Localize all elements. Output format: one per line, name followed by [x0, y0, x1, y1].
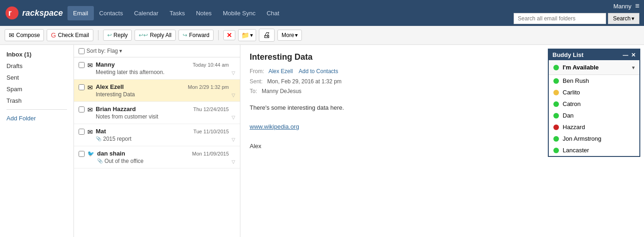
buddy-item[interactable]: Carlito	[549, 87, 639, 98]
toolbar-separator-2	[218, 30, 219, 40]
email-subject: 2015 report	[103, 136, 131, 142]
hamburger-icon[interactable]: ≡	[635, 2, 639, 10]
folder-icon: 📁	[241, 31, 249, 39]
reply-icon: ↩	[107, 32, 112, 38]
nav-item-contacts[interactable]: Contacts	[94, 6, 129, 20]
nav-items: Email Contacts Calendar Tasks Notes Mobi…	[67, 6, 514, 20]
email-content: Alex Ezell Mon 2/29 1:32 pm Interesting …	[96, 83, 229, 98]
reply-button[interactable]: ↩ Reply	[103, 30, 132, 41]
buddy-item[interactable]: Catron	[549, 98, 639, 110]
buddy-list: Buddy List — ✕ I'm Available ▾ Ben Rush …	[548, 49, 640, 157]
buddy-name: Catron	[563, 100, 581, 107]
email-sender: Brian Hazzard	[96, 106, 136, 112]
buddy-list-header: Buddy List — ✕	[549, 50, 639, 60]
nav-item-chat[interactable]: Chat	[261, 6, 285, 20]
email-flag-icon: ▽	[232, 93, 235, 98]
email-icon: ✉	[87, 84, 93, 91]
check-email-button[interactable]: G Check Email	[47, 29, 93, 41]
email-date: Mon 11/09/2015	[192, 151, 229, 156]
email-content: dan shain Mon 11/09/2015 📎 Out of the of…	[97, 150, 229, 164]
search-button[interactable]: Search ▾	[608, 13, 639, 24]
buddy-name: Dan	[563, 112, 574, 119]
sidebar-item-drafts[interactable]: Drafts	[0, 60, 74, 72]
forward-icon: ↪	[183, 32, 187, 38]
nav-item-email[interactable]: Email	[67, 6, 94, 20]
svg-point-0	[6, 6, 18, 19]
search-area: Search ▾	[514, 13, 639, 24]
reply-all-icon: ↩↩	[139, 32, 148, 38]
add-to-contacts-link[interactable]: Add to Contacts	[299, 68, 338, 75]
email-flag-icon: ▽	[232, 115, 235, 120]
email-content: Mat Tue 11/10/2015 📎 2015 report	[96, 128, 229, 142]
reply-all-button[interactable]: ↩↩ Reply All	[135, 30, 176, 41]
attachment-icon: 📎	[97, 158, 103, 163]
from-name-link[interactable]: Alex Ezell	[269, 68, 293, 75]
email-detail: Interesting Data From: Alex Ezell Add to…	[240, 45, 548, 237]
sort-label[interactable]: Sort by: Flag ▾	[86, 48, 122, 54]
email-content: Manny Today 10:44 am Meeting later this …	[96, 61, 229, 75]
forward-button[interactable]: ↪ Forward	[178, 30, 214, 41]
folder-button[interactable]: 📁 ▾	[238, 29, 256, 41]
email-body-link[interactable]: www.wikipedia.org	[250, 123, 299, 130]
email-list: Sort by: Flag ▾ ✉ Manny Today 10:44 am M…	[74, 45, 240, 237]
sidebar-divider	[6, 109, 67, 110]
compose-button[interactable]: ✉ Compose	[5, 29, 44, 41]
email-checkbox[interactable]	[79, 62, 85, 68]
email-icon: ✉	[87, 62, 93, 69]
nav-item-tasks[interactable]: Tasks	[164, 6, 190, 20]
print-button[interactable]: 🖨	[259, 29, 275, 42]
sidebar-item-spam[interactable]: Spam	[0, 83, 74, 95]
sent-label: Sent:	[250, 78, 263, 85]
main-layout: Inbox (1) Drafts Sent Spam Trash Add Fol…	[0, 45, 644, 237]
email-row[interactable]: ✉ Manny Today 10:44 am Meeting later thi…	[74, 57, 240, 80]
email-sender: Mat	[96, 128, 106, 135]
buddy-item[interactable]: Jon Armstrong	[549, 133, 639, 144]
to-value: Manny DeJesus	[262, 88, 301, 94]
email-checkbox[interactable]	[79, 151, 85, 157]
sidebar-item-inbox[interactable]: Inbox (1)	[0, 49, 74, 60]
email-meta: From: Alex Ezell Add to Contacts Sent: M…	[250, 67, 539, 97]
email-content: Brian Hazzard Thu 12/24/2015 Notes from …	[96, 106, 229, 120]
email-checkbox[interactable]	[79, 84, 85, 90]
nav-item-calendar[interactable]: Calendar	[129, 6, 164, 20]
email-row[interactable]: ✉ Alex Ezell Mon 2/29 1:32 pm Interestin…	[74, 80, 240, 102]
delete-button[interactable]: ✕	[223, 30, 235, 40]
email-row[interactable]: ✉ Mat Tue 11/10/2015 📎 2015 report ▽	[74, 124, 240, 146]
buddy-status[interactable]: I'm Available ▾	[549, 60, 639, 75]
email-subject: Interesting Data	[96, 91, 229, 98]
buddy-item[interactable]: Ben Rush	[549, 75, 639, 87]
sidebar: Inbox (1) Drafts Sent Spam Trash Add Fol…	[0, 45, 74, 237]
buddy-list-minimize-button[interactable]: —	[623, 52, 628, 58]
nav-item-notes[interactable]: Notes	[190, 6, 217, 20]
email-body-line1: There's some interesting data here.	[250, 103, 539, 113]
email-row[interactable]: 🐦 dan shain Mon 11/09/2015 📎 Out of the …	[74, 146, 240, 168]
email-checkbox[interactable]	[79, 106, 85, 112]
email-checkbox[interactable]	[79, 129, 85, 135]
status-dot-green	[553, 65, 559, 70]
rackspace-logo-icon: r	[5, 6, 19, 20]
search-input[interactable]	[514, 13, 606, 24]
status-dot	[553, 136, 559, 142]
buddy-list-close-button[interactable]: ✕	[631, 52, 636, 58]
buddy-item[interactable]: Hazzard	[549, 121, 639, 133]
status-dot	[553, 113, 559, 118]
add-folder-button[interactable]: Add Folder	[0, 112, 74, 124]
buddy-item[interactable]: Lancaster	[549, 144, 639, 156]
sidebar-item-sent[interactable]: Sent	[0, 72, 74, 83]
sidebar-item-trash[interactable]: Trash	[0, 95, 74, 106]
email-list-header: Sort by: Flag ▾	[74, 45, 240, 57]
search-dropdown-icon: ▾	[632, 15, 634, 22]
select-all-checkbox[interactable]	[79, 48, 85, 54]
email-sender: dan shain	[97, 150, 125, 157]
nav-item-mobile-sync[interactable]: Mobile Sync	[217, 6, 261, 20]
nav-right: Manny ≡ Search ▾	[514, 2, 639, 24]
buddy-status-text: I'm Available	[563, 64, 628, 71]
status-dot	[553, 101, 559, 107]
buddy-name: Ben Rush	[563, 77, 589, 84]
email-body: There's some interesting data here. www.…	[250, 103, 539, 151]
email-date: Thu 12/24/2015	[193, 106, 229, 112]
more-button[interactable]: More ▾	[277, 30, 302, 41]
buddy-list-controls: — ✕	[623, 52, 636, 58]
email-row[interactable]: ✉ Brian Hazzard Thu 12/24/2015 Notes fro…	[74, 102, 240, 124]
buddy-item[interactable]: Dan	[549, 110, 639, 121]
